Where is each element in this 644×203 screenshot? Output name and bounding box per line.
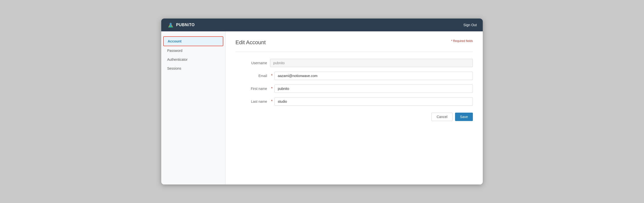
- last-name-input[interactable]: [274, 97, 473, 106]
- sidebar-item-sessions[interactable]: Sessions: [161, 64, 225, 73]
- last-name-label: Last name: [236, 100, 270, 103]
- sign-out-button[interactable]: Sign Out: [464, 23, 477, 27]
- logo-text: PUBNiTO: [176, 23, 195, 27]
- required-note: * Required fields: [451, 39, 473, 43]
- page-title: Edit Account: [236, 39, 266, 46]
- app-window: PUBNiTO Sign Out Account Password Authen…: [161, 18, 483, 185]
- first-name-group: First name *: [236, 84, 473, 93]
- sidebar-item-password[interactable]: Password: [161, 46, 225, 55]
- cancel-button[interactable]: Cancel: [431, 113, 452, 121]
- logo-icon: [167, 21, 174, 28]
- sidebar-item-account[interactable]: Account: [163, 36, 223, 46]
- username-group: Username: [236, 59, 473, 67]
- username-label: Username: [236, 61, 270, 65]
- last-name-group: Last name *: [236, 97, 473, 106]
- content-header: Edit Account * Required fields: [236, 39, 473, 46]
- email-group: Email *: [236, 72, 473, 80]
- first-name-input[interactable]: [274, 84, 473, 93]
- first-name-required-star: *: [271, 86, 272, 91]
- svg-rect-2: [170, 23, 172, 26]
- main-area: Account Password Authenticator Sessions …: [161, 31, 483, 185]
- sidebar-item-authenticator[interactable]: Authenticator: [161, 55, 225, 64]
- form-actions: Cancel Save: [236, 113, 473, 121]
- first-name-label: First name: [236, 87, 270, 91]
- email-required-star: *: [271, 74, 272, 78]
- last-name-required-star: *: [271, 99, 272, 104]
- form-divider: [236, 52, 473, 52]
- sidebar: Account Password Authenticator Sessions: [161, 31, 226, 185]
- save-button[interactable]: Save: [455, 113, 473, 121]
- email-input[interactable]: [274, 72, 473, 80]
- top-bar: PUBNiTO Sign Out: [161, 18, 483, 31]
- logo-area: PUBNiTO: [167, 21, 195, 28]
- email-label: Email: [236, 74, 270, 78]
- username-input: [270, 59, 473, 67]
- content-area: Edit Account * Required fields Username …: [226, 31, 483, 185]
